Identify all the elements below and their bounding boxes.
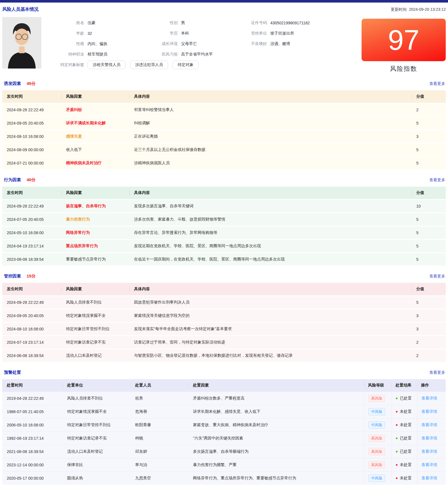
cell-disposal-result: 已处置 — [392, 432, 417, 445]
cell-disposal-unit: 眼须从热 — [63, 472, 131, 485]
cell-risk-factor: 重点场所异常行为 — [61, 244, 129, 249]
view-detail-link[interactable]: 查看详情 — [421, 476, 437, 481]
update-time-label: 更新时间 — [391, 7, 407, 12]
cell-disposal-person: 九思美空 — [131, 472, 188, 485]
cell-occur-time: 2024-09-28 22:22:49 — [2, 108, 61, 112]
field-label-gender: 性别 — [157, 20, 181, 25]
cell-action: 查看详情 — [417, 472, 446, 485]
cell-risk-factor: 暴力伤害行为 — [61, 217, 129, 222]
table-row: 2024-07-19 23:17:14特定对象访查记录不实访查记录过于简单、雷同… — [2, 335, 446, 349]
table-row: 1992-08-19 23:17:14特定对象访查记录不实柯晓“六失”诱因中的关… — [2, 432, 446, 445]
disposal-section: 预警处置查看更多处置时间处置单位处置人员处置因素风险等级处置结果操作2019-0… — [2, 370, 446, 485]
field-label-control-unit: 管控单位 — [243, 31, 270, 36]
cell-disposal-person: 危海善 — [131, 405, 188, 418]
column-header: 风险因素 — [61, 94, 129, 99]
cell-action: 查看详情 — [417, 392, 446, 405]
cell-occur-time: 2024-08-09 00:00:00 — [2, 148, 61, 152]
status-dot-icon — [396, 464, 398, 466]
cell-disposal-person: 邱东妍 — [131, 445, 188, 458]
cell-disposal-unit: 流动人口未及时登记 — [63, 445, 131, 458]
section-header: 预警处置查看更多 — [4, 370, 446, 375]
tag-special-object[interactable]: 特定对象 — [173, 61, 199, 69]
view-detail-link[interactable]: 查看详情 — [421, 449, 437, 454]
column-header: 分值 — [412, 94, 446, 99]
tag-related-police-cases[interactable]: 涉相关警情人员 — [88, 61, 126, 69]
cell-detail-content: 正在诉讼离婚 — [129, 134, 412, 139]
cell-occur-time: 2024-09-05 20:40:05 — [2, 313, 61, 318]
cell-detail-content: 因故意犯罪被作出刑事判决人员 — [129, 300, 412, 305]
field-value-id-number: 430502199809171182 — [270, 21, 360, 25]
table-row: 2019-04-28 22:22:49风险人员排查不到位杭美矛盾纠纷次数多、严重… — [2, 392, 446, 405]
table-row: 2020-05-17 00:00:00眼须从热九思美空网络异常行为、重点场所异常… — [2, 471, 446, 485]
status-dot-icon — [396, 398, 398, 399]
view-detail-link[interactable]: 查看详情 — [421, 396, 437, 401]
cell-detail-content: 家庭情况等关键信息字段为空的 — [129, 313, 412, 318]
cell-disposal-unit: 特定对象访查记录不实 — [63, 432, 131, 445]
view-more-link[interactable]: 查看更多 — [429, 274, 445, 279]
cell-occur-time: 2024-06-08 18:39:54 — [2, 353, 61, 358]
risk-level-badge: 中风险 — [368, 475, 385, 482]
cell-risk-factor: 网络异常行为 — [61, 230, 129, 235]
table-row: 2024-06-08 18:39:54流动人口未及时登记与智慧安防小区、物业登记… — [2, 349, 446, 362]
cell-score-value: 5 — [412, 300, 446, 305]
cell-disposal-factor: 多次扬言滋事、自杀等极端行为 — [188, 445, 364, 458]
table-row: 2023-08-08 18:39:54重要敏感节点异常行为在临近十一国庆期间，在… — [2, 252, 446, 266]
factor-section: 诱发因素45分查看更多发生时间风险因素具体内容分值2024-09-28 22:2… — [2, 81, 446, 169]
section-score: 15分 — [27, 274, 36, 279]
column-header: 发生时间 — [2, 190, 61, 195]
cell-disposal-time: 2019-04-28 22:22:49 — [2, 392, 63, 405]
cell-occur-time: 2024-09-28 22:22:49 — [2, 300, 61, 305]
table-row: 1988-07-05 21:40:05特定对象情况掌握不全危海善诉求长期未化解、… — [2, 405, 446, 418]
cell-disposal-time: 2021-08-08 18:39:54 — [2, 445, 63, 458]
tag-illegal-crime[interactable]: 涉违法犯罪人员 — [130, 61, 168, 69]
view-more-link[interactable]: 查看更多 — [429, 81, 445, 86]
column-header: 分值 — [412, 287, 446, 292]
cell-score-value: 5 — [412, 121, 446, 125]
table-row: 2024-07-05 20:40:05暴力伤害行为涉多次伤害、家庭暴力、斗殴、故… — [2, 212, 446, 226]
cell-disposal-result: 已处置 — [392, 445, 417, 458]
view-detail-link[interactable]: 查看详情 — [421, 436, 437, 441]
factor-section: 管控因素15分查看更多发生时间风险因素具体内容分值2024-09-28 22:2… — [2, 274, 446, 362]
cell-risk-level: 中风险 — [364, 405, 392, 418]
status-dot-icon — [396, 437, 398, 439]
cell-risk-factor: 重要敏感节点异常行为 — [61, 257, 129, 262]
view-more-link[interactable]: 查看更多 — [429, 370, 445, 375]
cell-disposal-factor: 网络异常行为、重点场所异常行为、重要敏感节点异常行为 — [188, 472, 364, 485]
section-title: 预警处置 — [4, 370, 21, 375]
cell-detail-content: 近三个月及以上无公积金或社保缴存数据 — [129, 147, 412, 152]
risk-level-badge: 中风险 — [368, 408, 385, 416]
cell-risk-factor: 精神疾病未及时治疗 — [61, 161, 129, 166]
risk-index-label: 风险指数 — [362, 65, 446, 73]
disposal-result-text: 已处置 — [400, 396, 412, 401]
field-label-education: 学历 — [157, 31, 181, 36]
cell-score-value: 5 — [412, 217, 446, 222]
table-row: 2024-05-10 16:08:00网络异常行为存在异常言论、异常搜索行为、异… — [2, 226, 446, 239]
view-detail-link[interactable]: 查看详情 — [421, 422, 437, 428]
column-header: 风险因素 — [61, 287, 129, 292]
cell-risk-level: 中风险 — [364, 418, 392, 432]
field-value-personality: 内向、偏执 — [88, 41, 157, 46]
cell-disposal-unit: 特定对象日常管控不到位 — [63, 418, 131, 432]
cell-action: 查看详情 — [417, 458, 446, 471]
cell-detail-content: 发现多次扬言滋事、自杀等关键词 — [129, 204, 412, 209]
cell-action: 查看详情 — [417, 445, 446, 458]
column-header: 具体内容 — [129, 287, 412, 292]
cell-disposal-factor: “六失”诱因中的关键失控因素 — [188, 432, 364, 445]
disposal-result-text: 未处置 — [400, 462, 412, 467]
cell-score-value: 3 — [412, 134, 446, 139]
view-detail-link[interactable]: 查看详情 — [421, 409, 437, 414]
disposal-result-text: 已处置 — [400, 449, 412, 454]
cell-disposal-person: 率与治 — [131, 458, 188, 471]
disposal-result-text: 未处置 — [400, 409, 412, 414]
cell-disposal-factor: 矛盾纠纷次数多、严重程度高 — [188, 392, 364, 405]
cell-risk-factor: 流动人口未及时登记 — [61, 353, 129, 358]
table-row: 2024-08-10 16:08:00感情失意正在诉讼离婚3 — [2, 129, 446, 143]
column-header: 发生时间 — [2, 287, 61, 292]
view-more-link[interactable]: 查看更多 — [429, 178, 445, 183]
column-header: 处置人员 — [131, 379, 188, 392]
field-value-education: 本科 — [181, 31, 243, 36]
cell-risk-factor: 特定对象情况掌握不全 — [61, 313, 129, 318]
tags-label: 特定对象标签 — [45, 62, 88, 67]
view-detail-link[interactable]: 查看详情 — [421, 462, 437, 467]
field-value-age: 32 — [88, 31, 157, 36]
